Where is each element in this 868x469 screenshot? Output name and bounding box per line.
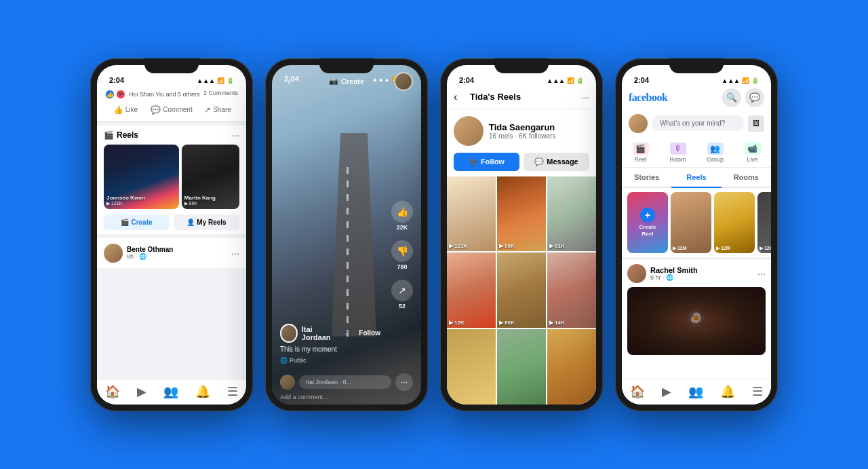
tida-reels-grid: ▶ 121K ▶ 90K ▶ 81K ▶ 12K: [447, 176, 596, 405]
share-label: Share: [213, 106, 231, 113]
comment-icon: 💬: [151, 105, 161, 115]
live-quick-icon: 📹: [745, 143, 761, 155]
follow-icon: ➕: [469, 157, 478, 166]
reel-thumb-2[interactable]: ▶ 90K: [497, 176, 546, 252]
nav-menu-icon-4[interactable]: ☰: [752, 384, 763, 399]
reel-thumb-3[interactable]: ▶ 81K: [547, 176, 596, 252]
reel-right-actions: 👍 22K 👎 780 ↗ 52: [391, 201, 413, 309]
reel-preview-bg-1: [671, 192, 711, 253]
reel-thumb-6[interactable]: ▶ 14K: [547, 252, 596, 328]
profile-more-icon[interactable]: ···: [581, 92, 589, 102]
search-button[interactable]: 🔍: [722, 88, 741, 107]
nav-menu-icon[interactable]: ☰: [227, 384, 238, 399]
comments-count: 2 Comments: [203, 90, 238, 99]
comment-avatar: [280, 375, 295, 390]
phone-notch-3: [494, 58, 549, 73]
message-icon: 💬: [534, 157, 544, 166]
reel-card-1[interactable]: Joonseo Kwon ▶ 121K: [104, 145, 179, 209]
dislike-count: 780: [397, 263, 407, 270]
rachel-more-icon[interactable]: ···: [757, 268, 766, 279]
reel-preview-3[interactable]: ▶ 12K: [757, 192, 771, 253]
reel-views-1: ▶ 121K: [449, 243, 467, 249]
visibility-label: Public: [290, 357, 307, 364]
reel-creator-1: Joonseo Kwon: [106, 195, 145, 201]
nav-bell-icon[interactable]: 🔔: [195, 384, 210, 399]
back-button[interactable]: ‹: [280, 72, 299, 91]
create-reel-label: CreateReel: [639, 224, 656, 237]
reel-count-2: ▶ 88K: [184, 201, 216, 206]
reel-thumb-bg-1: [447, 176, 496, 252]
like-icon: 👍: [113, 105, 123, 115]
like-button[interactable]: 👍 Like: [102, 102, 149, 118]
nav-people-icon-4[interactable]: 👥: [688, 384, 703, 399]
nav-reels-icon-4[interactable]: ▶: [662, 384, 671, 399]
dislike-icon-reel: 👎: [391, 240, 413, 262]
create-reel-button[interactable]: 🎬 Create: [104, 214, 170, 230]
create-reel-card[interactable]: + CreateReel: [627, 192, 668, 253]
tab-rooms[interactable]: Rooms: [722, 168, 771, 188]
reel-card-2[interactable]: Martin Kang ▶ 88K: [182, 145, 239, 209]
reel-thumb-5[interactable]: ▶ 80K: [497, 252, 546, 328]
profile-avatar-2[interactable]: [394, 72, 413, 91]
back-arrow[interactable]: ‹: [454, 91, 470, 103]
share-button[interactable]: ↗ Share: [195, 102, 241, 118]
reel-bottom-info: Itai Jordaan ✓ · Follow This is my momen…: [280, 324, 380, 364]
share-action[interactable]: ↗ 52: [391, 280, 413, 309]
reels-more-icon[interactable]: ···: [231, 130, 239, 140]
quick-action-group[interactable]: 👥 Group: [696, 138, 734, 167]
messenger-button[interactable]: 💬: [745, 88, 764, 107]
reel-thumb-1[interactable]: ▶ 121K: [447, 176, 496, 252]
reel-thumb-bg-9: [547, 329, 596, 405]
nav-people-icon[interactable]: 👥: [163, 384, 178, 399]
reel-preview-2[interactable]: ▶ 12M: [714, 192, 755, 253]
phone-notch-4: [669, 58, 724, 73]
my-reels-button[interactable]: 👤 My Reels: [174, 214, 239, 230]
dislike-action[interactable]: 👎 780: [391, 240, 413, 270]
post-more-icon[interactable]: ···: [231, 248, 239, 259]
reel-thumb-8[interactable]: [497, 329, 546, 405]
group-quick-icon: 👥: [707, 143, 724, 155]
quick-action-reel[interactable]: 🎬 Reel: [622, 138, 659, 167]
reel-bg-2: Martin Kang ▶ 88K: [182, 145, 239, 209]
nav-reels-icon[interactable]: ▶: [137, 384, 146, 399]
reel-thumb-bg-2: [497, 176, 546, 252]
reel-creator-2: Martin Kang: [184, 195, 216, 201]
reel-thumb-bg-3: [547, 176, 596, 252]
tab-stories[interactable]: Stories: [622, 168, 671, 188]
verified-icon: ✓: [344, 329, 349, 337]
create-button[interactable]: 📷 Create: [329, 77, 364, 86]
nav-bell-icon-4[interactable]: 🔔: [720, 384, 735, 399]
reels-title: 🎬 Reels: [104, 130, 138, 140]
tab-reels[interactable]: Reels: [671, 168, 721, 188]
nav-home-icon-4[interactable]: 🏠: [630, 384, 645, 399]
nav-home-icon[interactable]: 🏠: [105, 384, 120, 399]
like-action[interactable]: 👍 22K: [391, 201, 413, 231]
reel-thumb-bg-7: [447, 329, 496, 405]
like-count: 22K: [397, 224, 408, 231]
cooking-emoji: 🍳: [685, 309, 709, 332]
reel-thumb-4[interactable]: ▶ 12K: [447, 252, 496, 328]
like-icon-reel: 👍: [391, 201, 413, 223]
reel-thumb-9[interactable]: [547, 329, 596, 405]
rachel-video[interactable]: 🍳: [627, 287, 766, 355]
add-comment-label[interactable]: Add a comment...: [280, 394, 328, 400]
create-post-icon[interactable]: 🖼: [748, 115, 764, 132]
reel-meta-2: Martin Kang ▶ 88K: [184, 195, 216, 206]
comment-button[interactable]: 💬 Comment: [149, 102, 195, 118]
more-options-button[interactable]: ···: [395, 373, 413, 391]
message-button[interactable]: 💬 Message: [524, 153, 589, 171]
quick-action-room[interactable]: 🎙 Room: [659, 138, 696, 167]
like-label: Like: [125, 106, 138, 113]
poster-name: Bente Othman: [127, 246, 173, 253]
reel-thumb-7[interactable]: [447, 329, 496, 405]
facebook-home-screen: facebook 🔍 💬 What's on your mind? 🖼: [622, 86, 771, 405]
follow-button[interactable]: ➕ Follow: [454, 153, 519, 171]
follow-link[interactable]: Follow: [359, 329, 380, 337]
reel-preview-1[interactable]: ▶ 12M: [671, 192, 711, 253]
quick-action-live[interactable]: 📹 Live: [734, 138, 771, 167]
bottom-nav-4: 🏠 ▶ 👥 🔔 ☰: [622, 379, 771, 405]
comment-input[interactable]: Itai Jordaan · 0...: [299, 375, 391, 389]
reel-thumb-bg-5: [497, 252, 546, 328]
whats-on-mind-input[interactable]: What's on your mind?: [652, 115, 744, 131]
profile-avatar-tida: [454, 116, 484, 146]
